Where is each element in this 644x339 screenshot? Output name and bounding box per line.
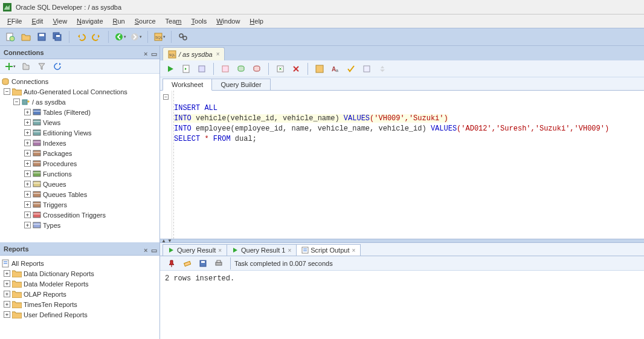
tree-node[interactable]: +Indexes: [0, 138, 159, 148]
menu-team[interactable]: Team: [161, 16, 187, 26]
report-folder[interactable]: +Data Dictionary Reports: [0, 268, 159, 279]
expand-icon[interactable]: +: [24, 191, 31, 198]
sql-button[interactable]: SQL▾: [153, 30, 166, 44]
minimize-icon[interactable]: ×: [144, 50, 149, 55]
clear-button[interactable]: [289, 62, 303, 76]
tree-autogen[interactable]: − Auto-Generated Local Connections: [0, 86, 159, 97]
fold-icon[interactable]: −: [163, 94, 169, 100]
menu-view[interactable]: View: [48, 16, 72, 26]
tree-db[interactable]: − / as sysdba: [0, 97, 159, 107]
tree-node[interactable]: +Queues Tables: [0, 189, 159, 199]
report-folder[interactable]: +TimesTen Reports: [0, 299, 159, 309]
collapse-icon[interactable]: −: [4, 88, 10, 95]
open-button[interactable]: [19, 30, 33, 44]
filter-icon[interactable]: [35, 60, 48, 73]
commit-button[interactable]: [234, 62, 248, 76]
sql-history-button[interactable]: [313, 62, 326, 76]
report-folder[interactable]: +User Defined Reports: [0, 309, 159, 320]
menu-file[interactable]: FFileFile: [2, 16, 27, 26]
tree-node[interactable]: +Crossedition Triggers: [0, 210, 159, 220]
report-folder[interactable]: +Data Modeler Reports: [0, 279, 159, 289]
expand-icon[interactable]: +: [24, 160, 31, 167]
connections-tree[interactable]: Connections − Auto-Generated Local Conne…: [0, 74, 159, 242]
tree-node[interactable]: +Tables (Filtered): [0, 107, 159, 117]
menu-edit[interactable]: Edit: [27, 16, 48, 26]
code-area[interactable]: INSERT ALL INTO vehicle(vehicle_id, vehi…: [173, 91, 644, 239]
menu-help[interactable]: Help: [245, 16, 268, 26]
expand-icon[interactable]: +: [24, 211, 31, 218]
close-icon[interactable]: ×: [352, 247, 355, 254]
recycle-button[interactable]: [376, 62, 389, 76]
tree-node[interactable]: +Types: [0, 220, 159, 230]
unshared-button[interactable]: [274, 62, 287, 76]
pin-button[interactable]: [165, 257, 178, 270]
tree-node[interactable]: +Editioning Views: [0, 128, 159, 138]
menu-run[interactable]: Run: [108, 16, 130, 26]
expand-icon[interactable]: +: [24, 181, 31, 187]
tree-node[interactable]: +Views: [0, 117, 159, 128]
tree-node[interactable]: +Procedures: [0, 158, 159, 169]
completion-button[interactable]: [344, 62, 358, 76]
autotrace-button[interactable]: [219, 62, 232, 76]
tab-worksheet[interactable]: Worksheet: [163, 79, 212, 91]
tns-icon[interactable]: [19, 60, 33, 73]
back-button[interactable]: ▾: [114, 30, 127, 44]
undo-button[interactable]: [74, 30, 88, 44]
menu-source[interactable]: Source: [130, 16, 161, 26]
menu-tools[interactable]: Tools: [187, 16, 212, 26]
close-icon[interactable]: ×: [288, 247, 291, 254]
rollback-button[interactable]: [250, 62, 263, 76]
menu-navigate[interactable]: Navigate: [72, 16, 108, 26]
snippets-button[interactable]: [360, 62, 373, 76]
save-button[interactable]: [35, 30, 48, 44]
tab-query-result-1[interactable]: Query Result 1×: [227, 244, 297, 256]
expand-icon[interactable]: +: [4, 301, 10, 308]
expand-icon[interactable]: +: [4, 311, 10, 318]
run-script-button[interactable]: [179, 62, 193, 76]
tree-node[interactable]: +Functions: [0, 169, 159, 179]
collapse-icon[interactable]: −: [13, 98, 20, 105]
redo-button[interactable]: [90, 30, 103, 44]
expand-icon[interactable]: +: [4, 291, 10, 297]
expand-icon[interactable]: +: [24, 201, 31, 208]
tree-node[interactable]: +Queues: [0, 179, 159, 189]
tree-root[interactable]: Connections: [0, 76, 159, 86]
new-button[interactable]: [4, 30, 17, 44]
doc-tab[interactable]: SQL / as sysdba ×: [163, 47, 225, 60]
report-folder[interactable]: +OLAP Reports: [0, 289, 159, 299]
tab-query-builder[interactable]: Query Builder: [211, 79, 270, 90]
expand-icon[interactable]: +: [24, 129, 31, 136]
expand-icon[interactable]: +: [24, 170, 31, 177]
minimize-icon[interactable]: ×: [144, 247, 149, 251]
close-icon[interactable]: ×: [216, 51, 220, 57]
new-connection-button[interactable]: ▾: [4, 60, 17, 73]
tree-node[interactable]: +Triggers: [0, 199, 159, 210]
save-output-button[interactable]: [196, 257, 210, 270]
expand-icon[interactable]: +: [24, 150, 31, 157]
refresh-icon[interactable]: [51, 60, 64, 73]
save-all-button[interactable]: [51, 30, 64, 44]
find-button[interactable]: [176, 30, 190, 44]
expand-icon[interactable]: +: [24, 222, 31, 228]
erase-button[interactable]: [181, 257, 194, 270]
reports-root[interactable]: All Reports: [0, 258, 159, 268]
forward-button[interactable]: ▾: [129, 30, 143, 44]
expand-icon[interactable]: +: [24, 109, 31, 115]
run-statement-button[interactable]: [164, 62, 177, 76]
print-button[interactable]: [212, 257, 225, 270]
restore-icon[interactable]: ▭: [151, 247, 156, 251]
expand-icon[interactable]: +: [24, 119, 31, 126]
menu-window[interactable]: Window: [211, 16, 245, 26]
close-icon[interactable]: ×: [218, 247, 222, 254]
restore-icon[interactable]: ▭: [151, 50, 156, 55]
sql-editor[interactable]: − INSERT ALL INTO vehicle(vehicle_id, ve…: [160, 91, 644, 239]
expand-icon[interactable]: +: [4, 270, 10, 277]
explain-plan-button[interactable]: [195, 62, 208, 76]
tab-query-result[interactable]: Query Result×: [163, 244, 227, 256]
reports-tree[interactable]: All Reports +Data Dictionary Reports+Dat…: [0, 256, 159, 339]
tab-script-output[interactable]: Script Output×: [296, 244, 361, 256]
format-button[interactable]: Aa: [329, 62, 342, 76]
tree-node[interactable]: +Packages: [0, 148, 159, 158]
expand-icon[interactable]: +: [4, 280, 10, 287]
expand-icon[interactable]: +: [24, 140, 31, 146]
